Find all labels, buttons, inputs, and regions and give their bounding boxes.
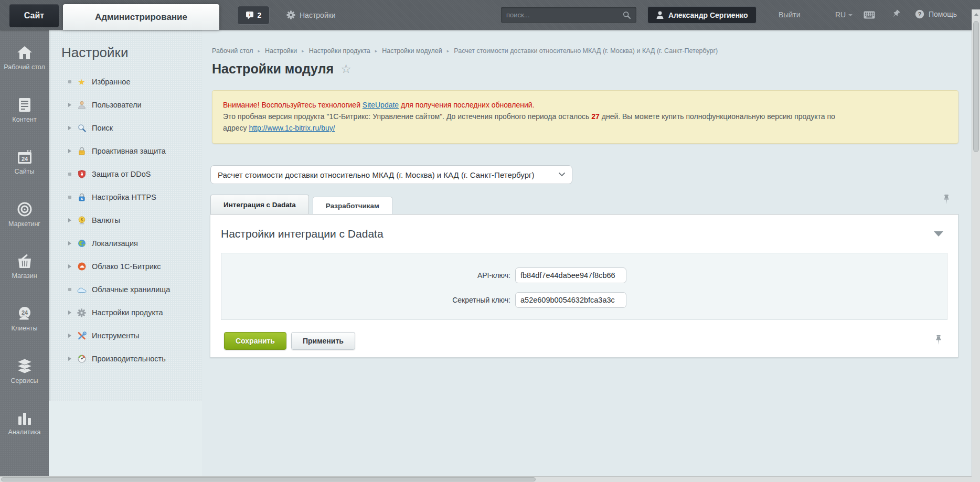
- cloud-24-icon: 24: [17, 306, 33, 321]
- user-menu-button[interactable]: Александр Сергиенко: [647, 6, 757, 24]
- pushpin-icon: [890, 9, 901, 19]
- search-input[interactable]: [506, 11, 623, 19]
- breadcrumb: Рабочий стол ▸ Настройки ▸ Настройки про…: [212, 47, 958, 55]
- expand-arrow-icon[interactable]: [66, 334, 74, 338]
- globe-icon: [77, 239, 87, 249]
- menu-item-search[interactable]: Поиск: [49, 116, 202, 140]
- days-left-count: 27: [591, 112, 600, 121]
- site-tab[interactable]: Сайт: [9, 4, 59, 27]
- menu-item-ddos-protection[interactable]: Защита от DDoS: [49, 163, 202, 186]
- breadcrumb-item[interactable]: Настройки продукта: [309, 47, 370, 55]
- pin-buttons-icon[interactable]: [935, 335, 942, 347]
- rail-item-label: Сервисы: [2, 377, 48, 385]
- expand-arrow-icon[interactable]: [66, 126, 74, 130]
- rail-item-desktop[interactable]: Рабочий стол: [2, 46, 48, 71]
- notice-trial-line: Это пробная версия продукта "1С-Битрикс:…: [223, 111, 947, 122]
- menu-item-product-settings[interactable]: Настройки продукта: [49, 301, 202, 324]
- menu-item-label: Валюты: [92, 216, 120, 224]
- menu-item-bitrix-cloud[interactable]: Облако 1С-Битрикс: [49, 255, 202, 278]
- expand-arrow-icon[interactable]: [66, 264, 74, 269]
- expand-arrow-icon[interactable]: [66, 241, 74, 245]
- rail-item-label: Контент: [2, 116, 48, 124]
- menu-item-performance[interactable]: Производительность: [49, 347, 202, 370]
- pin-panel-button[interactable]: [890, 9, 901, 19]
- siteupdate-link[interactable]: SiteUpdate: [363, 101, 399, 109]
- admin-tab[interactable]: Администрирование: [63, 4, 219, 30]
- expand-arrow-icon[interactable]: [66, 310, 74, 315]
- help-button[interactable]: ? Помощь: [915, 9, 957, 19]
- search-icon[interactable]: [623, 11, 631, 19]
- rail-item-services[interactable]: Сервисы: [2, 359, 48, 385]
- menu-item-label: Производительность: [92, 355, 166, 363]
- tab-developers[interactable]: Разработчикам: [313, 197, 392, 214]
- bullet-marker: [66, 196, 74, 199]
- vertical-scrollbar-thumb[interactable]: [973, 21, 979, 152]
- horizontal-scrollbar[interactable]: [0, 476, 972, 482]
- logout-button[interactable]: Выйти: [779, 10, 800, 19]
- notifications-button[interactable]: i 2: [237, 6, 270, 25]
- scrollbar-corner: [972, 476, 980, 482]
- svg-text:s: s: [80, 196, 82, 201]
- breadcrumb-item[interactable]: Настройки модулей: [382, 47, 442, 55]
- expand-arrow-icon[interactable]: [66, 218, 74, 222]
- expand-arrow-icon[interactable]: [66, 103, 74, 107]
- secret-key-row: Секретный ключ:: [221, 292, 947, 308]
- buy-link[interactable]: http://www.1c-bitrix.ru/buy/: [249, 124, 335, 132]
- menu-item-label: Избранное: [92, 78, 130, 86]
- rail-item-analytics[interactable]: Аналитика: [2, 411, 48, 436]
- module-select[interactable]: Расчет стоимости доставки относительно М…: [210, 165, 572, 184]
- gear-icon: [286, 10, 295, 19]
- search-icon: [77, 123, 87, 133]
- lock-blue-icon: s: [77, 192, 87, 202]
- menu-item-proactive-protection[interactable]: Проактивная защита: [49, 140, 202, 163]
- save-button[interactable]: Сохранить: [224, 332, 286, 350]
- breadcrumb-item[interactable]: Настройки: [265, 47, 297, 55]
- breadcrumb-separator-icon: ▸: [302, 48, 304, 53]
- vertical-scrollbar[interactable]: [972, 9, 980, 476]
- menu-item-https-settings[interactable]: s Настройка HTTPS: [49, 186, 202, 209]
- menu-item-users[interactable]: Пользователи: [49, 93, 202, 116]
- menu-item-label: Облако 1С-Битрикс: [92, 262, 161, 271]
- document-icon: [18, 98, 31, 112]
- expand-arrow-icon[interactable]: [66, 149, 74, 153]
- menu-item-label: Пользователи: [92, 101, 142, 109]
- home-icon: [17, 46, 33, 60]
- target-icon: [17, 202, 32, 217]
- expand-arrow-icon[interactable]: [66, 357, 74, 361]
- rail-item-shop[interactable]: Магазин: [2, 254, 48, 280]
- menu-item-favorites[interactable]: ★ Избранное: [49, 70, 202, 93]
- tab-dadata-integration[interactable]: Интеграция с Dadata: [210, 195, 309, 214]
- gauge-icon: [77, 354, 87, 364]
- api-key-row: API-ключ:: [221, 267, 947, 283]
- apply-button[interactable]: Применить: [291, 332, 355, 350]
- favorite-star-icon[interactable]: ☆: [340, 63, 351, 75]
- collapse-section-icon[interactable]: [934, 231, 943, 237]
- scroll-up-button[interactable]: [972, 9, 980, 19]
- menu-item-label: Поиск: [92, 124, 113, 132]
- menu-item-cloud-storage[interactable]: Облачные хранилища: [49, 278, 202, 301]
- menu-item-localization[interactable]: Локализация: [49, 232, 202, 255]
- horizontal-scrollbar-thumb[interactable]: [1, 477, 536, 481]
- topbar-settings-label: Настройки: [300, 11, 336, 19]
- menu-item-currencies[interactable]: $ Валюты: [49, 209, 202, 232]
- help-label: Помощь: [929, 10, 957, 18]
- rail-item-content[interactable]: Контент: [2, 98, 48, 124]
- svg-text:24: 24: [21, 309, 28, 316]
- basket-icon: [17, 254, 33, 269]
- topbar-settings-button[interactable]: Настройки: [286, 10, 336, 19]
- lock-yellow-icon: [77, 146, 87, 156]
- pin-form-icon[interactable]: [943, 195, 950, 207]
- rail-item-clients[interactable]: 24 Клиенты: [2, 306, 48, 333]
- user-name: Александр Сергиенко: [668, 11, 748, 19]
- rail-item-marketing[interactable]: Маркетинг: [2, 202, 48, 228]
- hotkeys-button[interactable]: [864, 11, 875, 19]
- menu-item-tools[interactable]: Инструменты: [49, 324, 202, 347]
- breadcrumb-item[interactable]: Рабочий стол: [212, 47, 253, 55]
- language-selector[interactable]: RU: [835, 10, 853, 19]
- api-key-input[interactable]: [515, 267, 626, 283]
- rail-item-sites[interactable]: 24 Сайты: [2, 150, 48, 176]
- breadcrumb-separator-icon: ▸: [375, 48, 378, 53]
- notifications-count: 2: [258, 11, 262, 19]
- secret-key-input[interactable]: [515, 292, 626, 308]
- menu-item-label: Облачные хранилища: [92, 285, 170, 294]
